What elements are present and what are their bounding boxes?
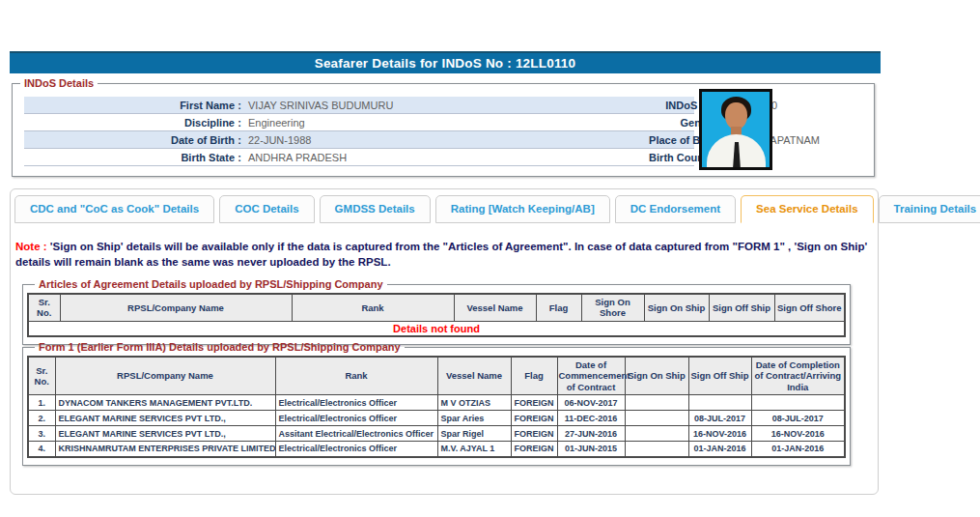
articles-empty-row: Details not found xyxy=(28,321,845,336)
seafarer-photo xyxy=(699,89,772,170)
form1-row: 4. KRISHNAMRUTAM ENTERPRISES PRIVATE LIM… xyxy=(28,442,845,457)
field-row: Birth State: ANDHRA PRADESH Birth Countr… xyxy=(24,149,694,166)
tab-dc-endorsement[interactable]: DC Endorsement xyxy=(615,195,736,223)
articles-of-agreement-fieldset: Articles of Agreement Details uploaded b… xyxy=(22,278,851,345)
birth-country-label: Birth Country xyxy=(499,152,717,163)
first-name-label: First Name xyxy=(24,100,235,111)
note-prefix: Note : xyxy=(15,241,47,252)
form1-header-row: Sr. No. RPSL/Company Name Rank Vessel Na… xyxy=(28,357,845,395)
tab-gmdss-details[interactable]: GMDSS Details xyxy=(320,195,431,223)
indos-fields: First Name: VIJAY SRINIVAS BUDUMURU INDo… xyxy=(24,97,694,166)
form1-row: 2. ELEGANT MARINE SERVICES PVT LTD., Ele… xyxy=(28,411,845,426)
form1-legend: Form 1 (Earlier Form IIIA) Details uploa… xyxy=(35,341,405,353)
form1-row: 3. ELEGANT MARINE SERVICES PVT LTD., Ass… xyxy=(28,426,845,442)
page-title: Seafarer Details for INDoS No : 12LL0110 xyxy=(10,51,881,73)
field-row: Date of Birth: 22-JUN-1988 Place of Birt… xyxy=(24,131,694,149)
tab-training-details[interactable]: Training Details xyxy=(879,195,980,223)
gender-label: Gender xyxy=(499,117,717,129)
date-of-birth-value: 22-JUN-1988 xyxy=(244,134,499,146)
note-text: 'Sign on Ship' details will be available… xyxy=(15,241,867,268)
articles-table: Sr. No. RPSL/Company Name Rank Vessel Na… xyxy=(27,293,846,337)
form1-fieldset: Form 1 (Earlier Form IIIA) Details uploa… xyxy=(22,341,851,466)
tab-sea-service-details[interactable]: Sea Service Details xyxy=(741,195,874,223)
photo-face xyxy=(725,102,747,129)
tab-rating-watch-keeping-ab[interactable]: Rating [Watch Keeping/AB] xyxy=(435,195,610,223)
indos-details-legend: INDoS Details xyxy=(20,77,98,89)
form1-table: Sr. No. RPSL/Company Name Rank Vessel Na… xyxy=(27,356,846,458)
form1-row: 1. DYNACOM TANKERS MANAGEMENT PVT.LTD. E… xyxy=(28,395,845,411)
tab-coc-details[interactable]: COC Details xyxy=(219,195,314,223)
articles-header-row: Sr. No. RPSL/Company Name Rank Vessel Na… xyxy=(28,294,845,321)
details-not-found-message: Details not found xyxy=(28,321,845,336)
birth-state-value: ANDHRA PRADESH xyxy=(244,152,499,163)
first-name-value: VIJAY SRINIVAS BUDUMURU xyxy=(244,100,499,111)
tab-content-panel: CDC and "CoC as Cook" Details COC Detail… xyxy=(10,188,879,495)
field-row: First Name: VIJAY SRINIVAS BUDUMURU INDo… xyxy=(24,97,694,114)
tab-strip: CDC and "CoC as Cook" Details COC Detail… xyxy=(14,195,980,223)
place-of-birth-label: Place of Birth xyxy=(499,134,717,146)
discipline-value: Engineering xyxy=(244,117,499,129)
birth-state-label: Birth State xyxy=(24,152,235,163)
field-row: Discipline: Engineering Gender: Male xyxy=(24,114,694,131)
discipline-label: Discipline xyxy=(24,117,235,129)
sign-on-ship-note: Note : 'Sign on Ship' details will be av… xyxy=(15,239,873,270)
tab-cdc-coc-as-cook-details[interactable]: CDC and "CoC as Cook" Details xyxy=(14,195,214,223)
indos-no-label: INDoS No. xyxy=(499,100,717,111)
articles-legend: Articles of Agreement Details uploaded b… xyxy=(35,278,387,290)
date-of-birth-label: Date of Birth xyxy=(24,134,235,146)
